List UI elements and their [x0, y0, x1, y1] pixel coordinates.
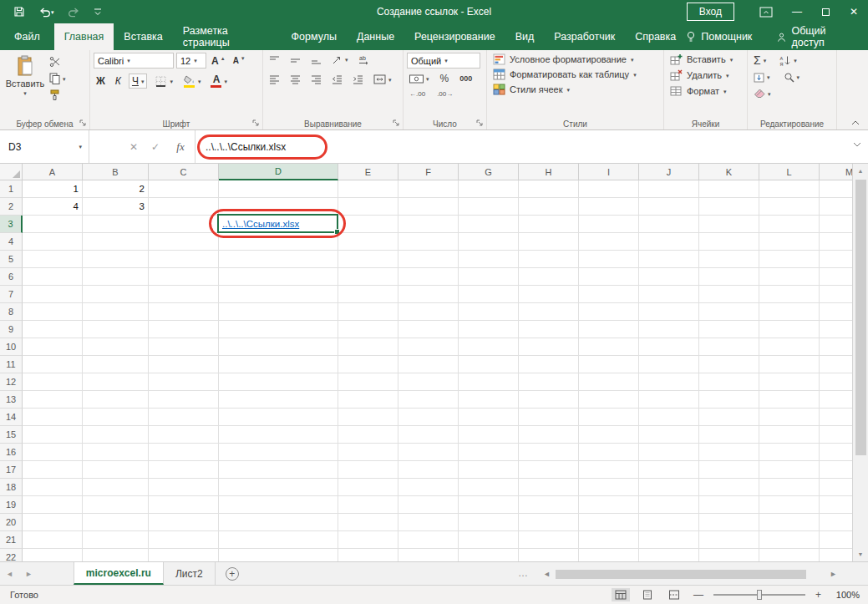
- cell-K10[interactable]: [699, 338, 759, 356]
- cell-F16[interactable]: [398, 444, 459, 461]
- cell-L4[interactable]: [759, 233, 820, 251]
- cell-E3[interactable]: [338, 216, 398, 233]
- cell-C4[interactable]: [149, 233, 219, 251]
- merge-center-button[interactable]: ▾: [371, 73, 394, 86]
- tab-help[interactable]: Справка: [625, 23, 686, 50]
- cell-D13[interactable]: [219, 391, 338, 409]
- tab-file[interactable]: Файл: [0, 23, 54, 50]
- cell-styles-button[interactable]: Стили ячеек ▾: [490, 83, 660, 96]
- column-header-I[interactable]: I: [579, 164, 639, 180]
- cell-G7[interactable]: [459, 286, 519, 303]
- cell-F14[interactable]: [398, 409, 459, 426]
- cell-G15[interactable]: [459, 426, 519, 444]
- percent-style-button[interactable]: %: [438, 71, 452, 86]
- cell-D20[interactable]: [219, 514, 338, 531]
- cell-D22[interactable]: [219, 549, 338, 561]
- tab-insert[interactable]: Вставка: [114, 23, 172, 50]
- fill-button[interactable]: ▾: [751, 71, 773, 84]
- cell-K8[interactable]: [699, 303, 759, 321]
- cell-D15[interactable]: [219, 426, 338, 444]
- column-header-H[interactable]: H: [519, 164, 579, 180]
- cell-C7[interactable]: [149, 286, 219, 303]
- font-dialog-launcher[interactable]: [251, 119, 261, 128]
- cell-C11[interactable]: [149, 356, 219, 373]
- undo-dropdown-arrow[interactable]: ▾: [51, 9, 54, 15]
- cell-K17[interactable]: [699, 461, 759, 479]
- cell-A9[interactable]: [23, 321, 83, 338]
- cell-I10[interactable]: [579, 338, 639, 356]
- cell-K1[interactable]: [699, 180, 759, 198]
- sheet-tab-list2[interactable]: Лист2: [164, 562, 216, 585]
- hscroll-right-arrow[interactable]: ►: [825, 570, 841, 578]
- cell-K3[interactable]: [699, 216, 759, 233]
- cell-L2[interactable]: [759, 198, 820, 216]
- cell-C14[interactable]: [149, 409, 219, 426]
- cell-G22[interactable]: [459, 549, 519, 561]
- conditional-formatting-dropdown-arrow[interactable]: ▾: [631, 57, 634, 63]
- cell-J16[interactable]: [639, 444, 699, 461]
- cell-E6[interactable]: [338, 268, 398, 286]
- cell-C9[interactable]: [149, 321, 219, 338]
- cell-F5[interactable]: [398, 251, 459, 268]
- copy-dropdown-arrow[interactable]: ▾: [63, 76, 66, 82]
- cell-D6[interactable]: [219, 268, 338, 286]
- name-box-dropdown-arrow[interactable]: ▾: [79, 144, 82, 150]
- cell-I15[interactable]: [579, 426, 639, 444]
- cell-G6[interactable]: [459, 268, 519, 286]
- cell-K18[interactable]: [699, 479, 759, 496]
- row-header-10[interactable]: 10: [0, 338, 23, 356]
- zoom-slider[interactable]: [713, 594, 805, 596]
- cell-J9[interactable]: [639, 321, 699, 338]
- row-header-17[interactable]: 17: [0, 461, 23, 479]
- column-header-J[interactable]: J: [639, 164, 699, 180]
- cell-L20[interactable]: [759, 514, 820, 531]
- cell-H13[interactable]: [519, 391, 579, 409]
- cell-J17[interactable]: [639, 461, 699, 479]
- minimize-button[interactable]: —: [783, 0, 811, 23]
- column-header-B[interactable]: B: [83, 164, 149, 180]
- font-size-select[interactable]: 12 ▾: [176, 53, 206, 69]
- cell-A20[interactable]: [23, 514, 83, 531]
- cell-F8[interactable]: [398, 303, 459, 321]
- cell-E21[interactable]: [338, 531, 398, 549]
- cell-M20[interactable]: [820, 514, 852, 531]
- cell-K9[interactable]: [699, 321, 759, 338]
- cell-K7[interactable]: [699, 286, 759, 303]
- cell-I13[interactable]: [579, 391, 639, 409]
- cell-A13[interactable]: [23, 391, 83, 409]
- cell-G18[interactable]: [459, 479, 519, 496]
- borders-dropdown-arrow[interactable]: ▾: [170, 79, 173, 84]
- cell-C3[interactable]: [149, 216, 219, 233]
- underline-dropdown-arrow[interactable]: ▾: [141, 79, 145, 84]
- cell-F7[interactable]: [398, 286, 459, 303]
- cell-K13[interactable]: [699, 391, 759, 409]
- cell-E18[interactable]: [338, 479, 398, 496]
- cell-B4[interactable]: [83, 233, 149, 251]
- cell-L12[interactable]: [759, 373, 820, 391]
- cell-E17[interactable]: [338, 461, 398, 479]
- align-top-button[interactable]: [266, 53, 282, 67]
- cell-L15[interactable]: [759, 426, 820, 444]
- alignment-dialog-launcher[interactable]: [392, 119, 401, 128]
- format-as-table-button[interactable]: Форматировать как таблицу ▾: [490, 68, 660, 81]
- tab-splitter[interactable]: …: [518, 567, 528, 579]
- orientation-button[interactable]: ▾: [329, 53, 351, 67]
- cell-F17[interactable]: [398, 461, 459, 479]
- zoom-slider-thumb[interactable]: [757, 590, 762, 600]
- vscroll-track[interactable]: [853, 178, 868, 547]
- cell-I2[interactable]: [579, 198, 639, 216]
- sheet-nav-left[interactable]: ◄: [0, 562, 19, 585]
- cell-L21[interactable]: [759, 531, 820, 549]
- cell-J8[interactable]: [639, 303, 699, 321]
- cell-L9[interactable]: [759, 321, 820, 338]
- cell-A6[interactable]: [23, 268, 83, 286]
- merge-dropdown-arrow[interactable]: ▾: [388, 77, 392, 83]
- cell-J12[interactable]: [639, 373, 699, 391]
- decrease-font-size-button[interactable]: А▼: [231, 55, 248, 67]
- undo-button[interactable]: ▾: [32, 0, 61, 23]
- wrap-text-button[interactable]: ab: [356, 53, 374, 67]
- cell-D8[interactable]: [219, 303, 338, 321]
- cell-I9[interactable]: [579, 321, 639, 338]
- cell-A8[interactable]: [23, 303, 83, 321]
- number-dialog-launcher[interactable]: [475, 119, 485, 128]
